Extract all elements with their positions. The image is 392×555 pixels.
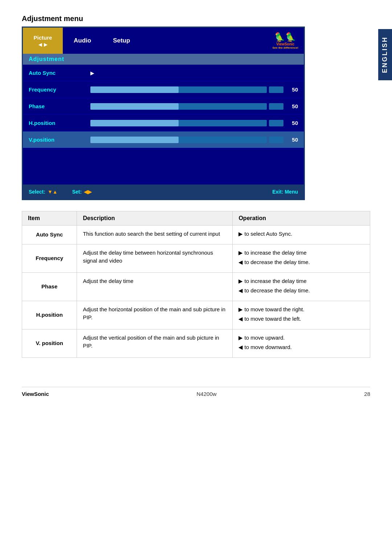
desc-hposition: Adjust the horizontal position of the ma… xyxy=(77,301,233,329)
empty-info-area xyxy=(23,148,304,185)
op-line: ◀ to decrease the delay time. xyxy=(238,258,364,267)
page-title: Adjustment menu xyxy=(22,15,370,23)
vposition-bar-gap xyxy=(269,137,283,143)
menu-row-vposition[interactable]: V.position 50 xyxy=(23,131,304,148)
viewsonic-tagline: See the difference! xyxy=(272,46,298,49)
info-table: Item Description Operation Auto Sync Thi… xyxy=(22,211,370,358)
bottom-select: Select: ▼▲ xyxy=(29,189,58,195)
hposition-bar-gap xyxy=(269,120,283,126)
op-line: ▶ to move toward the right. xyxy=(238,305,364,314)
frequency-bar xyxy=(90,86,267,93)
tab-audio-label: Audio xyxy=(74,37,91,44)
tab-setup-label: Setup xyxy=(113,37,130,44)
phase-value: 50 xyxy=(283,103,298,109)
viewsonic-birds-icon: 🦜🦜 xyxy=(272,32,298,42)
op-line: ◀ to move toward the left. xyxy=(238,315,364,323)
menu-row-hposition[interactable]: H.position 50 xyxy=(23,115,304,131)
op-line: ▶ to increase the delay time xyxy=(238,249,364,257)
bottom-set-label: Set: xyxy=(72,189,82,195)
col-header-item: Item xyxy=(22,211,77,226)
table-row: Auto Sync This function auto search the … xyxy=(22,226,370,244)
footer-brand: ViewSonic xyxy=(22,391,49,397)
table-row: Phase Adjust the delay time ▶ to increas… xyxy=(22,272,370,301)
arrow-left-icon: ◀ xyxy=(38,42,42,47)
menu-row-phase[interactable]: Phase 50 xyxy=(23,98,304,115)
bottom-select-arrows-icon: ▼▲ xyxy=(48,189,58,195)
op-vposition: ▶ to move upward. ◀ to move downward. xyxy=(233,329,370,357)
op-phase: ▶ to increase the delay time ◀ to decrea… xyxy=(233,272,370,301)
vposition-bar-fill xyxy=(90,137,179,143)
language-tab: ENGLISH xyxy=(378,29,392,80)
op-hposition: ▶ to move toward the right. ◀ to move to… xyxy=(233,301,370,329)
hposition-value: 50 xyxy=(283,120,298,126)
tab-audio[interactable]: Audio xyxy=(63,28,102,54)
op-line: ◀ to decrease the delay time. xyxy=(238,287,364,295)
op-autosync: ▶ to select Auto Sync. xyxy=(233,226,370,244)
desc-vposition: Adjust the vertical position of the main… xyxy=(77,329,233,357)
desc-phase: Adjust the delay time xyxy=(77,272,233,301)
op-line: ▶ to increase the delay time xyxy=(238,277,364,285)
menu-row-hposition-label: H.position xyxy=(29,120,87,126)
monitor-tab-bar: Picture ◀ ▶ Audio Setup 🦜🦜 ViewSonic See… xyxy=(23,28,304,54)
vposition-bar xyxy=(90,137,267,143)
frequency-bar-container xyxy=(90,86,283,93)
item-vposition: V. position xyxy=(22,329,77,357)
item-autosync: Auto Sync xyxy=(22,226,77,244)
tab-picture-label: Picture xyxy=(34,35,52,41)
item-hposition: H.position xyxy=(22,301,77,329)
col-header-operation: Operation xyxy=(233,211,370,226)
menu-row-frequency-label: Frequency xyxy=(29,86,87,93)
tab-viewsonic: 🦜🦜 ViewSonic See the difference! xyxy=(267,28,304,54)
bottom-select-label: Select: xyxy=(29,189,45,195)
footer-model: N4200w xyxy=(197,391,217,397)
monitor-display: Picture ◀ ▶ Audio Setup 🦜🦜 ViewSonic See… xyxy=(22,27,305,200)
op-frequency: ▶ to increase the delay time ◀ to decrea… xyxy=(233,244,370,272)
tab-setup[interactable]: Setup xyxy=(102,28,141,54)
menu-row-frequency[interactable]: Frequency 50 xyxy=(23,81,304,98)
page-container: ENGLISH Adjustment menu Picture ◀ ▶ Audi… xyxy=(0,0,392,555)
col-header-description: Description xyxy=(77,211,233,226)
menu-row-autosync-label: Auto Sync xyxy=(29,70,87,76)
phase-bar-fill xyxy=(90,103,179,110)
hposition-bar-container xyxy=(90,120,283,126)
frequency-value: 50 xyxy=(283,86,298,93)
phase-bar-gap xyxy=(269,103,283,110)
desc-frequency: Adjust the delay time between horizontal… xyxy=(77,244,233,272)
adjustment-header: Adjustment xyxy=(23,54,304,65)
menu-rows: Auto Sync ▶ Frequency 50 Phase xyxy=(23,65,304,185)
frequency-bar-fill xyxy=(90,86,179,93)
hposition-bar-fill xyxy=(90,120,179,126)
bottom-set-arrows-icon: ◀▶ xyxy=(84,189,92,195)
menu-row-autosync[interactable]: Auto Sync ▶ xyxy=(23,65,304,81)
menu-row-autosync-arrow: ▶ xyxy=(90,70,94,76)
menu-row-phase-label: Phase xyxy=(29,103,87,109)
arrow-right-icon: ▶ xyxy=(44,42,47,47)
hposition-bar xyxy=(90,120,267,126)
footer: ViewSonic N4200w 28 xyxy=(22,387,370,397)
item-phase: Phase xyxy=(22,272,77,301)
table-row: Frequency Adjust the delay time between … xyxy=(22,244,370,272)
bottom-exit: Exit: Menu xyxy=(272,189,298,195)
frequency-bar-gap xyxy=(269,86,283,93)
desc-autosync: This function auto search the best setti… xyxy=(77,226,233,244)
op-line: ▶ to move upward. xyxy=(238,334,364,342)
footer-page-number: 28 xyxy=(364,391,370,397)
tab-picture[interactable]: Picture ◀ ▶ xyxy=(23,28,63,54)
phase-bar xyxy=(90,103,267,110)
vposition-bar-container xyxy=(90,137,283,143)
item-frequency: Frequency xyxy=(22,244,77,272)
bottom-set: Set: ◀▶ xyxy=(72,189,92,195)
table-row: H.position Adjust the horizontal positio… xyxy=(22,301,370,329)
op-line: ▶ to select Auto Sync. xyxy=(238,230,364,238)
op-line: ◀ to move downward. xyxy=(238,343,364,352)
table-row: V. position Adjust the vertical position… xyxy=(22,329,370,357)
vposition-value: 50 xyxy=(283,137,298,143)
viewsonic-brand-label: ViewSonic xyxy=(272,42,298,46)
phase-bar-container xyxy=(90,103,283,110)
monitor-bottom-bar: Select: ▼▲ Set: ◀▶ Exit: Menu xyxy=(23,185,304,199)
menu-row-vposition-label: V.position xyxy=(29,137,87,143)
